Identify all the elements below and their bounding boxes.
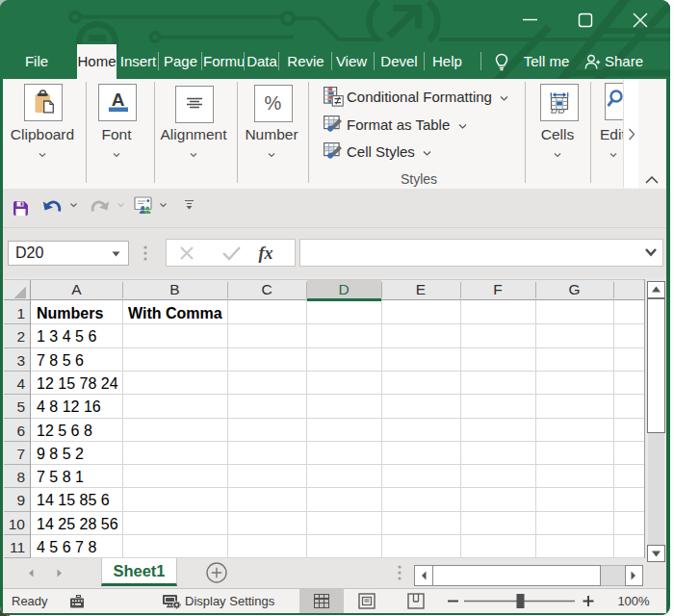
svg-text:fx: fx (259, 244, 273, 263)
svg-text:%: % (265, 92, 282, 114)
svg-text:A: A (112, 90, 125, 110)
